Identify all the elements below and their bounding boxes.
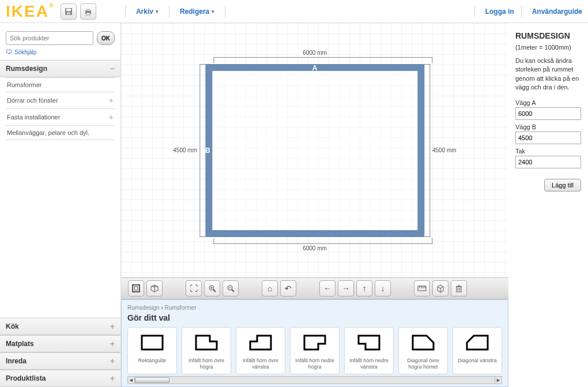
pan-up-button[interactable]: ↑ (356, 280, 372, 296)
sidebar-item-fasta[interactable]: Fasta installationer+ (6, 108, 115, 125)
view-3d-button[interactable] (146, 280, 163, 296)
plus-icon: + (109, 96, 114, 105)
menu-arkiv[interactable]: Arkiv▾ (136, 7, 159, 16)
add-button[interactable]: Lägg till (544, 179, 581, 191)
sidebar-item-rumsformer[interactable]: Rumsformer (6, 77, 115, 92)
canvas-toolbar: ⛶ ⌂ ↶ ← → ↑ ↓ (121, 277, 508, 299)
speech-bubble-icon: 🗨 (6, 48, 12, 55)
section-rumsdesign[interactable]: Rumsdesign− (0, 60, 120, 77)
svg-rect-6 (133, 285, 140, 292)
panel-title: RUMSDESIGN (515, 31, 581, 40)
print-button[interactable] (80, 3, 96, 20)
pan-right-button[interactable]: → (338, 280, 354, 296)
svg-rect-4 (86, 9, 90, 11)
ikea-logo: IKEA® (6, 2, 49, 21)
shape-infallt-nedre-hogra[interactable]: Infällt hörn nedre högra (290, 327, 340, 374)
wall-a-input[interactable] (515, 107, 581, 120)
shape-rektangular[interactable]: Rektangulär (127, 327, 177, 374)
dimension-right-label: 4500 mm (432, 147, 457, 153)
svg-rect-25 (142, 336, 163, 350)
panel-description: Du kan också ändra storleken på rummet g… (515, 57, 581, 92)
search-ok-button[interactable]: OK (97, 31, 115, 45)
scroll-right-arrow[interactable]: ► (495, 377, 502, 384)
section-kok[interactable]: Kök+ (0, 318, 120, 335)
box-3d-button[interactable] (432, 280, 448, 296)
svg-line-9 (213, 290, 216, 292)
zoom-in-button[interactable] (204, 280, 220, 296)
user-guide-link[interactable]: Användarguide (532, 7, 582, 16)
chevron-down-icon: ▾ (212, 9, 214, 14)
chevron-down-icon: ▾ (156, 9, 159, 14)
plus-icon: + (110, 374, 115, 383)
section-inreda[interactable]: Inreda+ (0, 352, 120, 370)
sidebar-item-dorrar[interactable]: Dörrar och fönster+ (6, 92, 115, 108)
dimension-left-label: 4500 mm (173, 147, 197, 153)
section-matplats[interactable]: Matplats+ (0, 335, 120, 352)
center-area: 6000 mm 4500 mm A B 4500 mm (121, 23, 508, 387)
plus-icon: + (110, 322, 115, 331)
minus-icon: − (110, 64, 115, 73)
room-outline[interactable]: A B (205, 64, 424, 237)
header: IKEA® Arkiv▾ Redigera▾ Logga in Användar… (0, 0, 588, 23)
search-help-link[interactable]: 🗨 Sökhjälp (6, 48, 115, 55)
left-sidebar: OK 🗨 Sökhjälp Rumsdesign− Rumsformer Dör… (0, 23, 121, 387)
measure-button[interactable] (414, 280, 430, 296)
svg-rect-2 (67, 12, 70, 14)
ceiling-input[interactable] (515, 156, 581, 168)
wall-b-input[interactable] (515, 131, 581, 144)
svg-line-13 (232, 290, 234, 292)
wall-a-label: Vägg A (515, 99, 581, 106)
right-panel: RUMSDESIGN (1meter = 1000mm) Du kan ocks… (508, 23, 588, 387)
pan-left-button[interactable]: ← (319, 280, 336, 296)
plus-icon: + (110, 356, 115, 366)
panel-note: (1meter = 1000mm) (515, 44, 581, 51)
picker-title: Gör ditt val (127, 313, 502, 322)
shape-scrollbar[interactable]: ◄ ► (127, 376, 502, 384)
shape-diagonal-vanstra[interactable]: Diagonal vänstra (453, 327, 502, 374)
wall-b-label: Vägg B (515, 123, 581, 130)
svg-rect-20 (457, 287, 461, 292)
shape-infallt-nedre-vanstra[interactable]: Infällt hörn nedre vänstra (344, 327, 394, 374)
shape-infallt-ovre-vanstra[interactable]: Infällt hörn övre vänstra (236, 327, 285, 374)
svg-rect-5 (86, 13, 90, 15)
pan-down-button[interactable]: ↓ (375, 280, 391, 296)
wall-b-label: B (205, 146, 210, 155)
menu-redigera[interactable]: Redigera▾ (180, 7, 214, 16)
room-canvas[interactable]: 6000 mm 4500 mm A B 4500 mm (121, 23, 508, 277)
login-link[interactable]: Logga in (485, 7, 514, 16)
search-input[interactable] (6, 31, 93, 45)
breadcrumb: Rumsdesign › Rumsformer (127, 305, 502, 311)
shape-infallt-ovre-hogra[interactable]: Infällt hörn övre högra (182, 327, 231, 374)
zoom-out-button[interactable] (223, 280, 239, 296)
dimension-bottom-label: 6000 mm (173, 245, 456, 251)
ceiling-label: Tak (515, 148, 581, 155)
scroll-left-arrow[interactable]: ◄ (128, 377, 135, 384)
svg-rect-1 (66, 9, 71, 11)
wall-a-label: A (312, 64, 318, 72)
sidebar-item-mellanvaggar[interactable]: Mellanväggar, pelare och dyl. (6, 125, 115, 140)
delete-button[interactable] (451, 280, 467, 296)
svg-rect-7 (134, 287, 138, 290)
undo-button[interactable]: ↶ (280, 280, 296, 296)
plus-icon: + (110, 339, 115, 348)
dimension-top-label: 6000 mm (173, 50, 456, 56)
zoom-fit-button[interactable]: ⛶ (186, 280, 202, 296)
plus-icon: + (109, 112, 114, 122)
shape-diagonal-ovre-hogra[interactable]: Diagonal övre högra hörnet (398, 327, 448, 374)
home-button[interactable]: ⌂ (262, 280, 278, 296)
view-2d-button[interactable] (128, 280, 144, 296)
section-produktlista[interactable]: Produktlista+ (0, 370, 120, 387)
shape-picker: Rumsdesign › Rumsformer Gör ditt val Rek… (121, 299, 508, 387)
scroll-thumb[interactable] (135, 377, 169, 383)
save-button[interactable] (61, 3, 77, 20)
